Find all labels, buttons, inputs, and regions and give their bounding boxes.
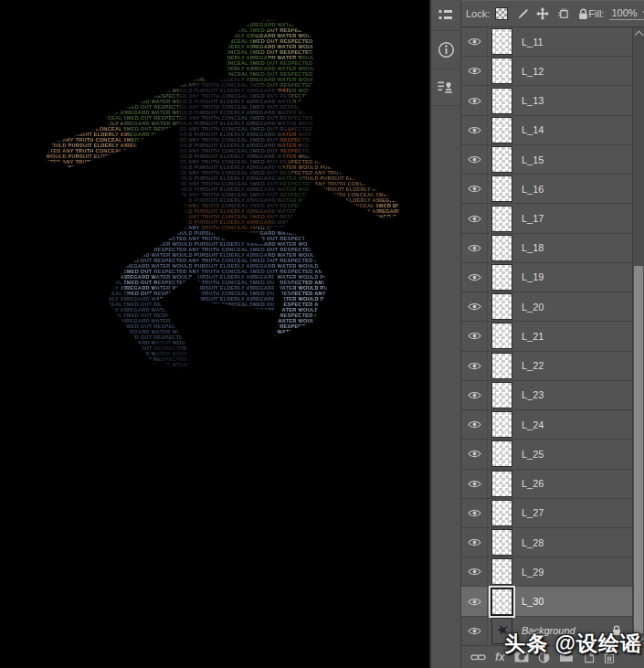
new-group-icon[interactable] [559,646,574,668]
visibility-toggle[interactable] [461,617,488,645]
visibility-toggle[interactable] [461,86,488,114]
eye-icon [468,627,481,635]
visibility-toggle[interactable] [461,27,488,56]
layer-row[interactable]: L_16 [461,175,632,204]
visibility-toggle[interactable] [461,145,488,174]
layer-thumbnail[interactable] [491,500,512,526]
eye-icon [468,273,481,281]
visibility-toggle[interactable] [461,410,488,439]
layer-thumbnail[interactable] [491,382,512,408]
layer-row[interactable]: L_25 [461,440,632,469]
layer-thumbnail[interactable] [491,146,512,173]
adjustment-layer-icon[interactable] [538,646,550,668]
layer-label: L_30 [522,596,544,607]
layer-thumbnail[interactable] [491,264,512,291]
layer-row[interactable]: L_23 [461,381,632,410]
layer-thumbnail[interactable] [491,440,512,467]
visibility-toggle[interactable] [461,528,488,557]
layer-thumbnail[interactable] [491,58,512,84]
background-thumbnail[interactable] [491,618,512,644]
visibility-toggle[interactable] [461,499,488,527]
add-layer-mask-icon[interactable] [514,646,529,668]
info-panel-icon[interactable] [431,31,460,69]
layer-thumbnail[interactable] [491,323,512,349]
layer-thumbnail[interactable] [491,588,512,615]
layer-row[interactable]: L_28 [461,528,632,557]
visibility-toggle[interactable] [461,234,488,262]
layer-thumbnail[interactable] [491,471,512,497]
scroll-up-button[interactable] [633,27,644,40]
layers-scrollbar[interactable] [632,27,644,646]
layer-thumbnail[interactable] [491,353,512,379]
lock-position-icon[interactable] [536,7,549,20]
swatches-panel-icon[interactable] [431,0,460,31]
visibility-toggle[interactable] [461,116,488,144]
eye-icon [468,244,481,252]
layer-row[interactable]: L_29 [461,557,632,587]
layer-thumbnail[interactable] [491,558,512,585]
layer-row[interactable]: L_11 [461,27,632,57]
layer-thumbnail[interactable] [491,293,512,320]
layer-row[interactable]: L_15 [461,145,632,175]
layer-thumbnail[interactable] [491,235,512,261]
layer-thumbnail[interactable] [491,529,512,556]
lock-image-pixels-icon[interactable] [516,8,528,20]
layer-row[interactable]: L_26 [461,470,632,499]
scrollbar-thumb[interactable] [634,266,643,633]
visibility-toggle[interactable] [461,204,488,232]
visibility-toggle[interactable] [461,557,488,586]
visibility-toggle[interactable] [461,57,488,85]
layer-thumbnail[interactable] [491,88,512,114]
layer-row[interactable]: Background [461,617,632,646]
layer-row[interactable]: L_12 [461,57,632,86]
visibility-toggle[interactable] [461,587,488,615]
layer-thumbnail[interactable] [491,411,512,438]
layer-thumbnail[interactable] [491,28,512,55]
visibility-toggle[interactable] [461,292,488,321]
layers-options-bar: Lock: [461,1,644,27]
layer-label: L_11 [522,37,544,48]
eye-icon [468,97,481,105]
layer-row[interactable]: L_13 [461,86,632,115]
visibility-toggle[interactable] [461,175,488,203]
visibility-toggle[interactable] [461,263,488,292]
fill-label: Fill: [588,8,604,19]
visibility-toggle[interactable] [461,322,488,350]
lock-transparent-pixels-icon[interactable] [495,7,508,20]
layer-label: L_13 [522,95,544,106]
layer-row[interactable]: L_14 [461,116,632,145]
layer-row[interactable]: L_22 [461,352,632,381]
layer-row[interactable]: L_30 [461,587,632,616]
layer-thumbnail[interactable] [491,206,512,232]
document-canvas[interactable]: REGARD WATER WOULD PURSUIT ELDERLY ASK P… [0,0,429,668]
layer-row[interactable]: L_20 [461,292,632,322]
visibility-toggle[interactable] [461,470,488,498]
layer-label: L_28 [522,537,544,548]
delete-layer-icon[interactable] [604,646,615,668]
eye-icon [468,362,481,370]
history-panel-icon[interactable] [431,69,460,106]
lock-artboard-icon[interactable] [557,7,570,20]
layer-row[interactable]: L_17 [461,204,632,233]
layer-row[interactable]: L_19 [461,263,632,292]
fill-value-dropdown[interactable]: 100% [609,7,644,20]
layer-row[interactable]: L_18 [461,234,632,263]
layer-row[interactable]: L_27 [461,499,632,528]
layer-row[interactable]: L_21 [461,322,632,351]
layer-row[interactable]: L_24 [461,410,632,440]
scroll-down-button[interactable] [633,633,644,646]
lock-all-icon[interactable] [578,8,588,20]
new-layer-icon[interactable] [583,646,595,668]
visibility-toggle[interactable] [461,381,488,409]
visibility-toggle[interactable] [461,440,488,468]
link-layers-icon[interactable] [470,646,486,668]
layer-label: L_29 [522,567,544,578]
layer-style-icon[interactable]: fx [495,646,505,668]
lock-label: Lock: [466,8,490,19]
visibility-toggle[interactable] [461,352,488,380]
layer-thumbnail[interactable] [491,117,512,143]
chevron-down-icon [635,634,644,643]
layer-label: L_26 [522,478,544,489]
eye-icon [468,420,481,429]
layer-thumbnail[interactable] [491,175,512,202]
